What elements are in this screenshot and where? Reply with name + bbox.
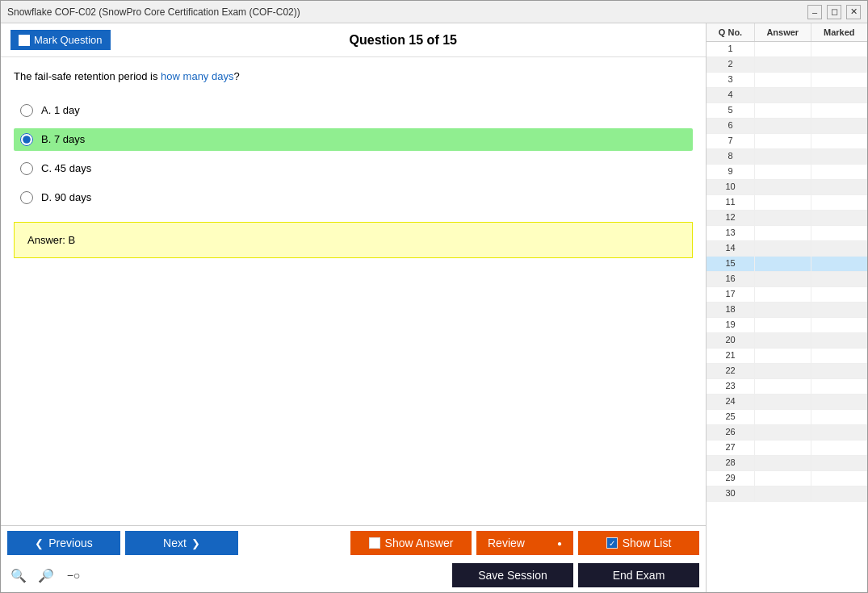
sidebar-row[interactable]: 28	[707, 456, 867, 471]
sidebar-row[interactable]: 17	[707, 287, 867, 303]
question-body: The fail-safe retention period is how ma…	[1, 57, 706, 525]
sidebar-cell-qno: 30	[707, 487, 755, 501]
sidebar-cell-qno: 29	[707, 471, 755, 486]
sidebar-row[interactable]: 25	[707, 410, 867, 425]
sidebar-cell-answer	[755, 410, 811, 424]
sidebar-cell-answer	[755, 57, 811, 72]
next-button[interactable]: Next ❯	[125, 531, 238, 555]
mark-checkbox-icon	[19, 35, 30, 46]
sidebar-row[interactable]: 8	[707, 149, 867, 165]
sidebar-row[interactable]: 9	[707, 165, 867, 180]
sidebar-row[interactable]: 6	[707, 119, 867, 134]
sidebar-row[interactable]: 16	[707, 272, 867, 287]
sidebar-cell-answer	[755, 257, 811, 271]
close-button[interactable]: ✕	[846, 5, 861, 19]
sidebar-cell-qno: 18	[707, 303, 755, 317]
window-title: Snowflake COF-C02 (SnowPro Core Certific…	[7, 6, 807, 18]
sidebar-row[interactable]: 7	[707, 134, 867, 149]
zoom-reset-button[interactable]: 🔎	[35, 564, 57, 587]
sidebar-cell-qno: 19	[707, 318, 755, 332]
sidebar-row[interactable]: 21	[707, 349, 867, 364]
zoom-fit-icon: 🔎	[38, 568, 54, 583]
restore-button[interactable]: ◻	[827, 5, 841, 19]
option-c-radio[interactable]	[20, 162, 33, 175]
sidebar-cell-answer	[755, 487, 811, 501]
zoom-out-button[interactable]: −○	[62, 564, 85, 587]
sidebar-list[interactable]: 1 2 3 4 5 6 7 8	[707, 42, 867, 592]
sidebar-cell-marked	[811, 57, 868, 72]
review-label: Review	[488, 537, 525, 549]
sidebar-col-marked: Marked	[811, 23, 868, 41]
sidebar-cell-qno: 20	[707, 333, 755, 348]
end-exam-label: End Exam	[613, 569, 665, 582]
end-exam-button[interactable]: End Exam	[578, 563, 699, 587]
prev-chevron-icon: ❮	[35, 537, 44, 549]
sidebar-cell-qno: 17	[707, 287, 755, 302]
sidebar-row[interactable]: 11	[707, 195, 867, 211]
sidebar-row[interactable]: 10	[707, 180, 867, 195]
sidebar-row[interactable]: 23	[707, 379, 867, 395]
sidebar-cell-qno: 3	[707, 73, 755, 87]
sidebar-cell-qno: 15	[707, 257, 755, 271]
sidebar-row[interactable]: 29	[707, 471, 867, 487]
zoom-in-button[interactable]: 🔍	[7, 564, 30, 587]
sidebar-cell-answer	[755, 456, 811, 470]
option-b[interactable]: B. 7 days	[14, 128, 693, 151]
window-controls: – ◻ ✕	[807, 5, 861, 19]
option-b-radio[interactable]	[20, 133, 33, 146]
sidebar-cell-marked	[811, 364, 868, 378]
sidebar-row[interactable]: 13	[707, 226, 867, 241]
main-window: Snowflake COF-C02 (SnowPro Core Certific…	[0, 0, 868, 593]
question-text-before: The fail-safe retention period is	[14, 70, 161, 82]
answer-text: Answer: B	[27, 234, 75, 246]
sidebar-row[interactable]: 19	[707, 318, 867, 333]
sidebar-row[interactable]: 14	[707, 241, 867, 257]
option-a[interactable]: A. 1 day	[14, 99, 693, 122]
sidebar-cell-marked	[811, 395, 868, 409]
sidebar-cell-qno: 23	[707, 379, 755, 394]
sidebar-cell-answer	[755, 241, 811, 256]
sidebar-cell-qno: 25	[707, 410, 755, 424]
zoom-in-icon: 🔍	[10, 568, 27, 583]
sidebar-row[interactable]: 2	[707, 57, 867, 73]
option-a-radio[interactable]	[20, 104, 33, 117]
review-button[interactable]: Review ●	[476, 531, 573, 555]
sidebar-cell-qno: 22	[707, 364, 755, 378]
content-panel: Mark Question Question 15 of 15 The fail…	[1, 23, 706, 592]
sidebar-row[interactable]: 20	[707, 333, 867, 349]
zoom-out-icon: −○	[67, 569, 81, 582]
toolbar-row1: ❮ Previous Next ❯ Show Answer Review ●	[1, 526, 706, 560]
sidebar-cell-answer	[755, 272, 811, 286]
sidebar-cell-qno: 24	[707, 395, 755, 409]
sidebar-cell-marked	[811, 42, 868, 56]
sidebar-row[interactable]: 24	[707, 395, 867, 410]
option-d[interactable]: D. 90 days	[14, 186, 693, 209]
save-session-button[interactable]: Save Session	[452, 563, 573, 587]
sidebar-row[interactable]: 5	[707, 103, 867, 119]
mark-question-button[interactable]: Mark Question	[10, 30, 111, 50]
sidebar-cell-qno: 1	[707, 42, 755, 56]
previous-button[interactable]: ❮ Previous	[7, 531, 120, 555]
review-dot-icon: ●	[557, 539, 562, 548]
sidebar-row[interactable]: 27	[707, 441, 867, 456]
sidebar-row[interactable]: 3	[707, 73, 867, 88]
show-answer-button[interactable]: Show Answer	[350, 531, 472, 555]
sidebar-row[interactable]: 26	[707, 425, 867, 441]
sidebar-cell-qno: 2	[707, 57, 755, 72]
option-d-radio[interactable]	[20, 191, 33, 204]
sidebar-cell-marked	[811, 257, 868, 271]
sidebar-row[interactable]: 12	[707, 211, 867, 226]
sidebar-cell-qno: 9	[707, 165, 755, 179]
sidebar-row[interactable]: 22	[707, 364, 867, 379]
option-c-label: C. 45 days	[41, 162, 91, 174]
sidebar-cell-qno: 28	[707, 456, 755, 470]
sidebar-row[interactable]: 4	[707, 88, 867, 103]
sidebar-cell-answer	[755, 395, 811, 409]
option-c[interactable]: C. 45 days	[14, 157, 693, 180]
show-list-button[interactable]: ✓ Show List	[578, 531, 699, 555]
sidebar-row[interactable]: 1	[707, 42, 867, 57]
sidebar-row[interactable]: 30	[707, 487, 867, 502]
minimize-button[interactable]: –	[807, 5, 822, 19]
sidebar-row[interactable]: 18	[707, 303, 867, 318]
sidebar-row[interactable]: 15	[707, 257, 867, 272]
